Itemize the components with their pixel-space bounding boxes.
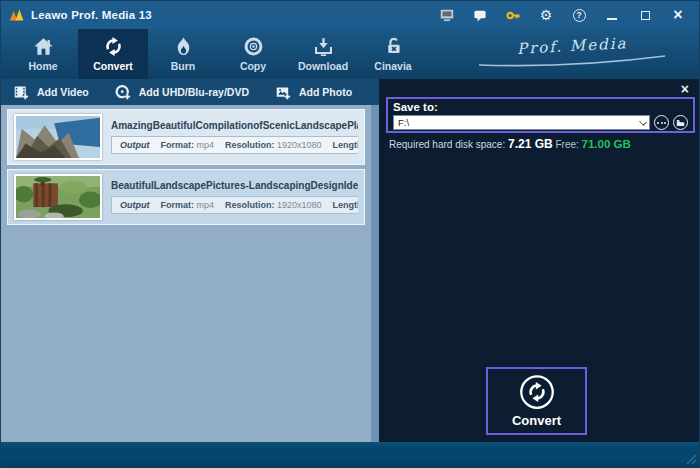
window-title: Leawo Prof. Media 13 — [31, 9, 152, 21]
video-title: BeautifulLandscapePictures-LandscapingDe… — [111, 180, 358, 191]
resize-grip[interactable] — [685, 453, 697, 465]
media-list-item-1[interactable]: AmazingBeautifulCompilationofScenicLands… — [7, 109, 365, 165]
minimize-button[interactable] — [603, 6, 621, 24]
app-logo-icon — [9, 8, 25, 22]
film-plus-icon — [13, 84, 30, 101]
convert-button[interactable]: Convert — [486, 367, 587, 435]
register-key-icon[interactable] — [504, 6, 522, 24]
app-window: Leawo Prof. Media 13 — [0, 0, 700, 468]
save-to-section: Save to: — [386, 97, 695, 133]
disc-plus-icon — [115, 84, 132, 101]
add-disc-button[interactable]: Add UHD/Blu-ray/DVD — [115, 84, 249, 101]
ellipsis-icon — [657, 122, 666, 124]
panel-close-icon[interactable]: × — [681, 82, 689, 96]
open-folder-button[interactable] — [673, 115, 688, 130]
video-thumbnail-coastal — [14, 114, 102, 160]
tab-home[interactable]: Home — [8, 29, 78, 79]
tab-copy[interactable]: Copy — [218, 29, 288, 79]
save-path-combobox[interactable] — [393, 115, 650, 130]
brand-logo: Prof. Media — [477, 37, 667, 67]
convert-settings-panel: × Save to: Required ha — [379, 79, 700, 444]
add-toolbar: Add Video Add UHD/Blu-ray/DVD Add Photo — [1, 79, 379, 105]
save-path-input[interactable] — [393, 115, 650, 130]
folder-icon — [676, 119, 685, 127]
burn-flame-icon — [173, 36, 194, 57]
device-icon[interactable] — [438, 6, 456, 24]
video-thumbnail-garden — [14, 174, 102, 220]
disk-space-info: Required hard disk space: 7.21 GB Free: … — [389, 137, 631, 151]
free-space-value: 71.00 GB — [582, 138, 631, 150]
list-scrollbar[interactable] — [371, 105, 379, 444]
tab-convert[interactable]: Convert — [78, 29, 148, 79]
feedback-chat-icon[interactable] — [471, 6, 489, 24]
tab-cinavia[interactable]: Cinavia — [358, 29, 428, 79]
help-icon[interactable]: ? — [570, 6, 588, 24]
titlebar-controls: ⚙ ? × — [438, 6, 691, 24]
video-output-info: Output Format: mp4 Resolution: 1920x1080… — [111, 196, 358, 214]
brand-text: Prof. Media — [516, 34, 627, 58]
main-nav: Home Convert Burn Copy — [1, 29, 699, 79]
video-title: AmazingBeautifulCompilationofScenicLands… — [111, 120, 358, 131]
tab-download[interactable]: Download — [288, 29, 358, 79]
settings-gear-icon[interactable]: ⚙ — [537, 6, 555, 24]
media-list-item-2[interactable]: BeautifulLandscapePictures-LandscapingDe… — [7, 169, 365, 225]
browse-ellipsis-button[interactable] — [654, 115, 669, 130]
convert-cycle-icon — [519, 374, 555, 410]
photo-plus-icon — [275, 84, 292, 101]
titlebar: Leawo Prof. Media 13 — [1, 1, 699, 29]
media-list: AmazingBeautifulCompilationofScenicLands… — [1, 105, 379, 444]
convert-icon — [103, 36, 124, 57]
close-button[interactable]: × — [669, 6, 687, 24]
copy-disc-icon — [243, 36, 264, 57]
add-video-button[interactable]: Add Video — [13, 84, 89, 101]
status-bar — [1, 442, 699, 467]
tab-burn[interactable]: Burn — [148, 29, 218, 79]
cinavia-lock-icon — [383, 36, 404, 57]
save-to-label: Save to: — [393, 100, 688, 114]
maximize-button[interactable] — [636, 6, 654, 24]
add-photo-button[interactable]: Add Photo — [275, 84, 352, 101]
required-space-value: 7.21 GB — [508, 137, 553, 151]
video-output-info: Output Format: mp4 Resolution: 1920x1080… — [111, 136, 358, 154]
home-icon — [33, 36, 54, 57]
brand-swoosh — [477, 55, 667, 67]
download-icon — [313, 36, 334, 57]
